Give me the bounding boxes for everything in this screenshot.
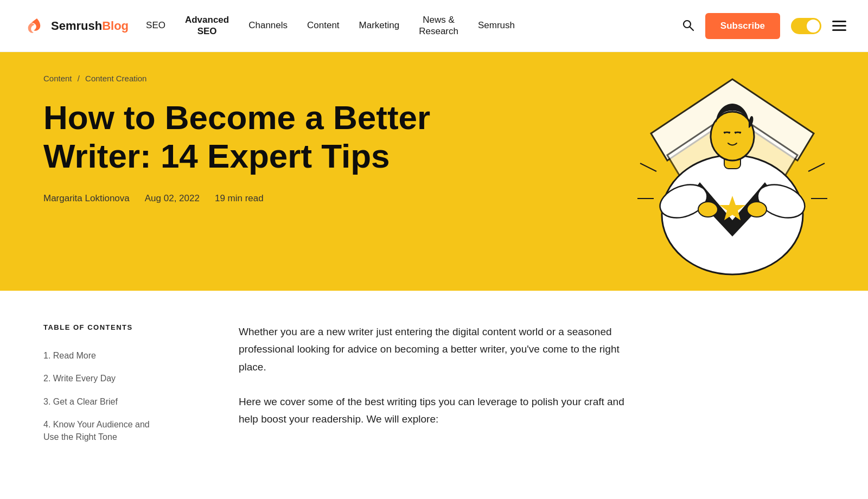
article-intro: Whether you are a new writer just enteri… — [239, 323, 640, 376]
svg-line-16 — [640, 163, 656, 171]
nav-item-content[interactable]: Content — [307, 20, 340, 31]
logo[interactable]: SemrushBlog — [22, 14, 129, 38]
hero-illustration — [629, 63, 835, 280]
article-body: Whether you are a new writer just enteri… — [239, 323, 825, 449]
nav-item-advanced-seo[interactable]: AdvancedSEO — [185, 15, 229, 37]
toc-item-3-number: 3. — [43, 397, 53, 406]
breadcrumb-separator: / — [78, 74, 80, 83]
svg-point-0 — [22, 14, 46, 38]
svg-line-2 — [690, 27, 693, 30]
toc-item-4-label: Know Your Audience andUse the Right Tone — [43, 420, 150, 441]
main-content: TABLE OF CONTENTS 1. Read More 2. Write … — [0, 291, 868, 481]
table-of-contents: TABLE OF CONTENTS 1. Read More 2. Write … — [43, 323, 206, 449]
subscribe-button[interactable]: Subscribe — [705, 13, 780, 39]
toc-item-1[interactable]: 1. Read More — [43, 344, 206, 367]
toc-item-2-label: Write Every Day — [53, 374, 116, 383]
nav-item-marketing[interactable]: Marketing — [359, 20, 400, 31]
svg-line-17 — [808, 163, 825, 171]
toc-item-4-number: 4. — [43, 420, 53, 429]
article-paragraph: Here we cover some of the best writing t… — [239, 393, 640, 428]
main-nav: SEO AdvancedSEO Channels Content Marketi… — [146, 15, 664, 37]
article-author: Margarita Loktionova — [43, 193, 130, 204]
search-icon[interactable] — [681, 18, 694, 34]
nav-item-news-research[interactable]: News &Research — [419, 15, 458, 37]
theme-toggle[interactable] — [791, 18, 821, 34]
svg-point-10 — [698, 202, 718, 217]
logo-text: SemrushBlog — [51, 19, 129, 33]
header-right: Subscribe — [681, 13, 846, 39]
article-read-time: 19 min read — [215, 193, 264, 204]
toc-item-2[interactable]: 2. Write Every Day — [43, 367, 206, 390]
toc-heading: TABLE OF CONTENTS — [43, 323, 206, 331]
toc-item-1-label: Read More — [53, 351, 96, 360]
toc-item-3-label: Get a Clear Brief — [53, 397, 118, 406]
svg-point-11 — [747, 202, 767, 217]
nav-item-channels[interactable]: Channels — [248, 20, 288, 31]
toc-item-2-number: 2. — [43, 374, 53, 383]
hamburger-menu[interactable] — [832, 21, 846, 31]
toc-item-4[interactable]: 4. Know Your Audience andUse the Right T… — [43, 413, 206, 449]
toc-item-1-number: 1. — [43, 351, 53, 360]
site-header: SemrushBlog SEO AdvancedSEO Channels Con… — [0, 0, 868, 52]
semrush-logo-icon — [22, 14, 46, 38]
nav-item-seo[interactable]: SEO — [146, 20, 165, 31]
hero-section: Content / Content Creation How to Become… — [0, 52, 868, 291]
article-title: How to Become a Better Writer: 14 Expert… — [43, 98, 456, 176]
breadcrumb-parent[interactable]: Content — [43, 74, 72, 83]
breadcrumb-current: Content Creation — [85, 74, 146, 83]
toc-item-3[interactable]: 3. Get a Clear Brief — [43, 391, 206, 413]
nav-item-semrush[interactable]: Semrush — [478, 20, 515, 31]
article-date: Aug 02, 2022 — [145, 193, 200, 204]
